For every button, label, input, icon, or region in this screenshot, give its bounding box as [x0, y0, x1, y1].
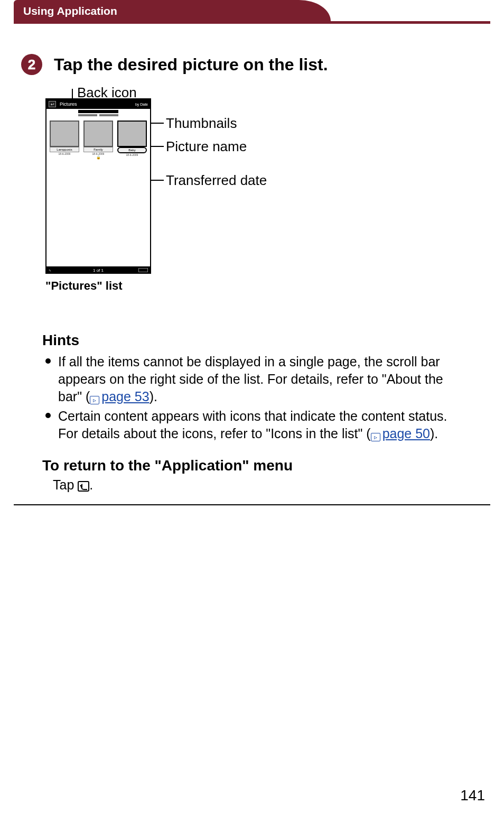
- device-thumb: Family 18-6-2009 🔒: [83, 121, 113, 160]
- page-link-icon: ▹: [371, 433, 380, 441]
- device-thumb-name: Family: [83, 147, 113, 152]
- device-thumb-date: 18-6-2009: [117, 153, 147, 156]
- device-thumb: Baby 18-6-2009: [117, 121, 147, 160]
- device-thumb-name: Baby: [117, 147, 147, 153]
- device-sort-label: by Date: [135, 103, 148, 106]
- page-number: 141: [460, 787, 485, 804]
- figure-area: Back icon Thumbnails Picture name Transf…: [45, 85, 504, 307]
- section-title: Using Application: [23, 5, 117, 17]
- section-divider: [14, 504, 490, 505]
- device-screen-title: Pictures: [60, 101, 77, 107]
- page-link[interactable]: page 53: [101, 389, 149, 404]
- device-thumb-date: 18-6-2009: [50, 152, 79, 155]
- hint-item: Certain content appears with icons that …: [54, 408, 462, 442]
- back-button-icon: [78, 481, 89, 492]
- callout-picture-name: Picture name: [166, 138, 247, 155]
- return-section: To return to the "Application" menu Tap …: [42, 457, 462, 493]
- lock-icon: 🔒: [83, 155, 113, 160]
- section-header: Using Application: [0, 0, 504, 24]
- hint-text: ).: [430, 426, 438, 441]
- device-thumb-name: Lampposts: [50, 147, 79, 152]
- callout-transferred-date: Transferred date: [166, 172, 267, 189]
- step-number-badge: 2: [21, 54, 42, 75]
- device-back-icon: ↩: [49, 101, 56, 107]
- figure-caption: "Pictures" list: [45, 279, 123, 293]
- callout-thumbnails: Thumbnails: [166, 115, 237, 132]
- page-link-icon: ▹: [90, 396, 99, 404]
- device-screenshot: ↩ Pictures by Date Lampposts 18-6-2009 F…: [45, 98, 151, 274]
- device-option-icon: ✎: [49, 269, 51, 272]
- hint-item: If all the items cannot be displayed in …: [54, 353, 462, 405]
- step-number: 2: [28, 57, 35, 73]
- step-heading: 2 Tap the desired picture on the list.: [21, 54, 504, 75]
- battery-icon: [138, 268, 148, 272]
- step-title: Tap the desired picture on the list.: [54, 55, 328, 75]
- device-thumb: Lampposts 18-6-2009: [50, 121, 79, 160]
- return-text: Tap .: [53, 477, 462, 493]
- hint-text: ).: [150, 389, 157, 404]
- hints-section: Hints If all the items cannot be display…: [42, 332, 462, 442]
- return-heading: To return to the "Application" menu: [42, 457, 462, 474]
- device-pager: 1 of 1: [93, 268, 104, 273]
- hints-heading: Hints: [42, 332, 462, 349]
- page-link[interactable]: page 50: [382, 426, 430, 441]
